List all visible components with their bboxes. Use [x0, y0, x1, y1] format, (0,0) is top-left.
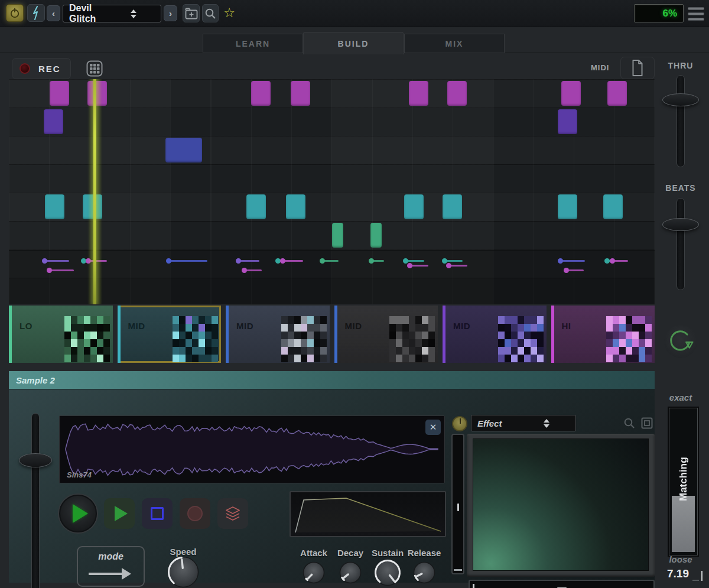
- envelope-display[interactable]: [290, 491, 446, 537]
- preset-select[interactable]: Devil Glitch: [63, 5, 161, 22]
- sample-volume-slider[interactable]: [31, 413, 40, 588]
- slot-thumbnail: [389, 316, 435, 362]
- layers-button[interactable]: [217, 498, 248, 529]
- mod-marker[interactable]: [320, 258, 325, 264]
- mod-marker[interactable]: [442, 258, 447, 264]
- menu-button[interactable]: [688, 5, 704, 22]
- note[interactable]: [50, 81, 69, 106]
- mod-marker[interactable]: [564, 268, 569, 273]
- remove-sample-button[interactable]: ✕: [425, 420, 441, 435]
- mod-marker[interactable]: [610, 258, 615, 264]
- record-sample-button[interactable]: [180, 498, 210, 529]
- bypass-button[interactable]: [27, 4, 45, 22]
- xy-x-slider[interactable]: [469, 580, 655, 588]
- effect-window-button[interactable]: [640, 416, 654, 430]
- note[interactable]: [165, 138, 202, 163]
- decay-knob[interactable]: [339, 561, 362, 586]
- star-icon: ☆: [223, 7, 235, 20]
- note[interactable]: [332, 223, 343, 248]
- midi-export-button[interactable]: [620, 57, 655, 79]
- mod-marker[interactable]: [403, 258, 408, 264]
- favorite-button[interactable]: ☆: [221, 4, 238, 22]
- mod-marker[interactable]: [166, 258, 171, 264]
- waveform-display[interactable]: Sins74 ✕: [59, 415, 445, 483]
- pattern-grid-button[interactable]: [86, 60, 103, 77]
- effect-amount-knob[interactable]: [452, 416, 467, 431]
- slot-label: HI: [562, 321, 571, 331]
- tab-mix[interactable]: MIX: [404, 34, 505, 53]
- mod-marker[interactable]: [280, 258, 285, 264]
- next-preset-button[interactable]: ›: [164, 5, 177, 21]
- xy-pad-surface[interactable]: [473, 438, 649, 571]
- search-preset-button[interactable]: [202, 4, 219, 22]
- preview-play-button[interactable]: [104, 498, 135, 529]
- tab-build[interactable]: BUILD: [303, 32, 404, 54]
- sample-slot-mid-4[interactable]: MID: [443, 306, 547, 363]
- release-knob[interactable]: [413, 561, 435, 586]
- mod-marker[interactable]: [236, 258, 241, 264]
- note[interactable]: [558, 194, 577, 219]
- sample-slot-mid-3[interactable]: MID: [334, 306, 438, 363]
- step-grid[interactable]: [9, 79, 655, 304]
- sample-slot-mid-1[interactable]: MID: [118, 306, 222, 363]
- note[interactable]: [251, 81, 271, 106]
- loop-button[interactable]: [664, 325, 697, 358]
- xy-pad[interactable]: [467, 434, 655, 577]
- attack-knob[interactable]: [303, 561, 325, 586]
- note[interactable]: [409, 81, 428, 106]
- note[interactable]: [45, 194, 64, 219]
- mod-marker[interactable]: [604, 258, 610, 264]
- thru-slider-handle[interactable]: [662, 93, 699, 106]
- sample-slot-hi-5[interactable]: HI: [551, 306, 655, 363]
- effect-select[interactable]: Effect: [471, 415, 576, 431]
- prev-preset-button[interactable]: ‹: [47, 5, 60, 21]
- speed-knob[interactable]: [167, 556, 199, 588]
- mode-selector[interactable]: mode: [77, 546, 145, 587]
- close-icon: ✕: [430, 422, 437, 433]
- mod-marker[interactable]: [242, 268, 247, 273]
- effect-search-button[interactable]: [622, 415, 636, 431]
- sample-volume-handle[interactable]: [19, 453, 52, 467]
- mod-marker[interactable]: [407, 263, 412, 268]
- sample-slot-lo-0[interactable]: LO: [9, 306, 113, 363]
- file-icon: [631, 60, 644, 76]
- sample-slot-mid-2[interactable]: MID: [226, 306, 330, 363]
- note[interactable]: [286, 194, 305, 219]
- note[interactable]: [44, 109, 63, 134]
- note[interactable]: [291, 81, 310, 106]
- main-play-button[interactable]: [59, 495, 97, 532]
- note[interactable]: [607, 81, 627, 106]
- mod-marker[interactable]: [42, 258, 47, 264]
- note[interactable]: [370, 223, 382, 248]
- mod-marker[interactable]: [369, 258, 374, 264]
- power-button[interactable]: [6, 4, 24, 22]
- note[interactable]: [246, 194, 266, 219]
- slot-stripe: [334, 306, 337, 363]
- note[interactable]: [603, 194, 623, 219]
- slot-thumbnail: [498, 316, 544, 362]
- mod-marker[interactable]: [47, 268, 52, 273]
- rec-button[interactable]: REC: [12, 58, 71, 79]
- effect-depth-handle[interactable]: [457, 503, 459, 511]
- mod-marker[interactable]: [446, 263, 451, 268]
- note[interactable]: [561, 81, 581, 106]
- note[interactable]: [558, 109, 577, 134]
- beats-slider-handle[interactable]: [662, 218, 699, 231]
- matching-slider[interactable]: Matching: [669, 408, 698, 555]
- fader-tick-icon: [692, 571, 704, 581]
- effect-depth-slider[interactable]: [451, 434, 464, 574]
- beats-slider[interactable]: [677, 198, 685, 290]
- note[interactable]: [443, 194, 462, 219]
- tab-learn[interactable]: LEARN: [203, 34, 303, 53]
- note[interactable]: [447, 81, 467, 106]
- modulation-lane[interactable]: [9, 250, 655, 304]
- cpu-meter: 6%: [634, 4, 684, 22]
- note[interactable]: [404, 194, 424, 219]
- sample-header[interactable]: Sample 2: [9, 371, 655, 389]
- mod-marker[interactable]: [558, 258, 563, 264]
- thru-slider[interactable]: [677, 75, 685, 167]
- sustain-knob[interactable]: [374, 559, 401, 588]
- save-preset-button[interactable]: [183, 4, 200, 22]
- stop-button[interactable]: [142, 498, 173, 529]
- preset-name: Devil Glitch: [69, 3, 112, 24]
